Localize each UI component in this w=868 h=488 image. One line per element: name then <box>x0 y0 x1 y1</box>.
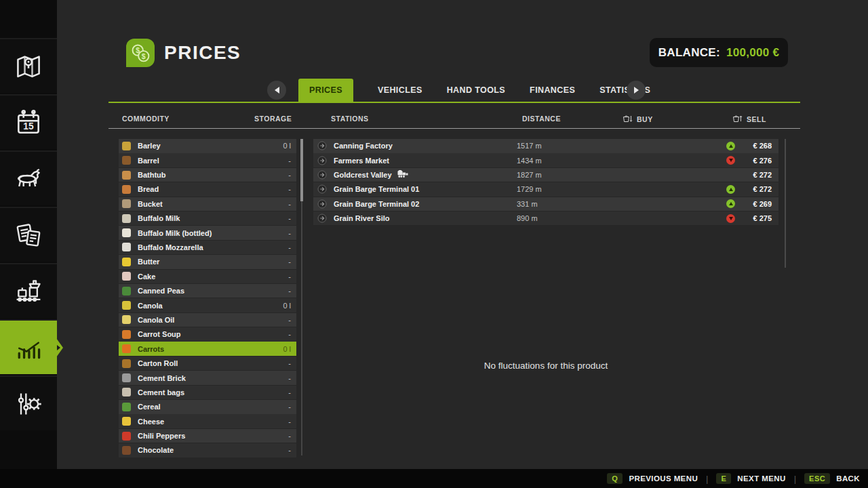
map-icon <box>14 52 43 81</box>
commodity-row[interactable]: Bucket- <box>119 197 296 211</box>
tab-prices[interactable]: PRICES <box>298 79 353 102</box>
commodity-row[interactable]: Carton Roll- <box>119 357 296 371</box>
balance-label: BALANCE: <box>658 46 720 60</box>
commodity-name: Carrot Soup <box>138 330 288 338</box>
station-name: Grain Barge Terminal 01 <box>334 185 517 193</box>
commodity-row[interactable]: Barrel- <box>119 153 296 167</box>
arrow-right-icon <box>634 87 639 94</box>
header-storage: STORAGE <box>254 115 292 123</box>
commodity-row[interactable]: Buffalo Milk (bottled)- <box>119 226 296 240</box>
station-name: Grain River Silo <box>334 214 517 222</box>
commodity-name: Canola <box>138 302 283 310</box>
price-down-icon <box>726 214 735 223</box>
hint-label: BACK <box>836 474 860 483</box>
header-buy: BUY <box>623 115 653 123</box>
commodity-row[interactable]: Canola0 l <box>119 298 296 312</box>
commodity-row[interactable]: Cake- <box>119 270 296 284</box>
commodity-row[interactable]: Cement Brick- <box>119 371 296 385</box>
commodity-row[interactable]: Bread- <box>119 182 296 197</box>
commodity-storage: - <box>288 403 291 411</box>
canola-icon <box>122 301 131 310</box>
station-row[interactable]: Grain Barge Terminal 011729 m€ 272 <box>313 182 778 197</box>
train-icon <box>397 170 408 178</box>
balance-badge: BALANCE: 100,000 € <box>650 38 788 67</box>
sidebar-item-contracts[interactable] <box>0 207 57 262</box>
commodity-row[interactable]: Carrots0 l <box>119 342 296 356</box>
commodity-scrollbar-thumb[interactable] <box>300 139 303 201</box>
station-row[interactable]: Goldcrest Valley1827 m€ 272 <box>313 168 778 182</box>
commodity-storage: 0 l <box>283 142 291 150</box>
bread-icon <box>122 185 131 194</box>
commodity-name: Cement Brick <box>138 374 288 382</box>
commodity-row[interactable]: Butter- <box>119 255 296 269</box>
commodity-row[interactable]: Cement bags- <box>119 386 296 400</box>
tabs-prev-button[interactable] <box>267 81 286 100</box>
tabs-next-button[interactable] <box>627 81 646 100</box>
station-distance: 1729 m <box>517 185 726 193</box>
commodity-row[interactable]: Chocolate- <box>119 443 296 458</box>
commodity-row[interactable]: Barley0 l <box>119 139 296 153</box>
commodity-row[interactable]: Canola Oil- <box>119 313 296 327</box>
no-fluctuations-message: No fluctuations for this product <box>313 361 778 371</box>
sidebar-item-prices[interactable] <box>0 319 57 374</box>
station-distance: 890 m <box>517 214 726 222</box>
header-sell: SELL <box>732 115 766 123</box>
station-row[interactable]: Farmers Market1434 m€ 276 <box>313 153 778 167</box>
contracts-icon <box>14 220 43 250</box>
commodity-storage: - <box>288 258 291 266</box>
tab-vehicles[interactable]: VEHICLES <box>378 79 422 102</box>
station-sell-price: € 276 <box>741 157 772 165</box>
commodity-storage: - <box>288 214 291 222</box>
buffalo-milk-icon <box>122 214 131 223</box>
commodity-storage: - <box>288 272 291 281</box>
footer-hint-back[interactable]: ESCBACK <box>804 473 860 484</box>
commodity-row[interactable]: Buffalo Milk- <box>119 211 296 226</box>
station-marker-icon <box>317 199 327 209</box>
commodity-storage: - <box>288 330 291 338</box>
bathtub-icon <box>122 171 131 180</box>
sidebar-item-map[interactable] <box>0 38 57 93</box>
station-name: Grain Barge Terminal 02 <box>334 200 517 208</box>
tab-hand-tools[interactable]: HAND TOOLS <box>447 79 505 102</box>
keycap-esc: ESC <box>804 473 830 484</box>
tab-finances[interactable]: FINANCES <box>530 79 575 102</box>
commodity-storage: - <box>288 171 291 179</box>
hint-label: NEXT MENU <box>737 474 785 483</box>
station-distance: 1827 m <box>517 171 726 179</box>
station-name: Farmers Market <box>334 157 517 165</box>
station-row[interactable]: Grain Barge Terminal 02331 m€ 269 <box>313 197 778 211</box>
commodity-row[interactable]: Canned Peas- <box>119 284 296 298</box>
commodity-name: Chocolate <box>138 446 288 454</box>
cement-brick-icon <box>122 373 131 382</box>
commodity-storage: - <box>288 432 291 440</box>
station-name: Goldcrest Valley <box>334 170 517 180</box>
station-row[interactable]: Canning Factory1517 m€ 268 <box>313 139 778 153</box>
commodity-row[interactable]: Buffalo Mozzarella- <box>119 241 296 255</box>
commodity-row[interactable]: Carrot Soup- <box>119 327 296 342</box>
settings-icon <box>14 389 43 419</box>
sidebar-item-settings[interactable] <box>0 375 57 430</box>
commodity-name: Bread <box>138 185 288 193</box>
buy-icon <box>623 115 633 123</box>
price-down-icon <box>726 156 735 165</box>
cheese-icon <box>122 417 131 426</box>
prices-title-icon: $ $ <box>126 39 155 67</box>
stations-scrollbar[interactable] <box>785 139 786 268</box>
station-marker-icon <box>317 184 327 194</box>
commodity-name: Buffalo Milk (bottled) <box>138 229 288 237</box>
sidebar-item-production[interactable] <box>0 263 57 318</box>
footer-hint-previous-menu[interactable]: QPREVIOUS MENU <box>607 473 698 484</box>
commodity-row[interactable]: Bathtub- <box>119 168 296 182</box>
commodity-list: Barley0 lBarrel-Bathtub-Bread-Bucket-Buf… <box>119 139 296 458</box>
station-row[interactable]: Grain River Silo890 m€ 275 <box>313 211 778 226</box>
sidebar-item-calendar[interactable]: 15 <box>0 94 57 149</box>
sidebar-item-animals[interactable] <box>0 150 57 205</box>
commodity-row[interactable]: Cereal- <box>119 400 296 414</box>
footer-hint-next-menu[interactable]: ENEXT MENU <box>716 473 785 484</box>
commodity-row[interactable]: Cheese- <box>119 414 296 428</box>
barrel-icon <box>122 156 131 165</box>
prices-screen: 15 <box>0 0 868 488</box>
page-title: PRICES <box>164 42 241 64</box>
table-header: COMMODITY STORAGE STATIONS DISTANCE BUY … <box>108 112 800 128</box>
commodity-row[interactable]: Chili Peppers- <box>119 429 296 443</box>
